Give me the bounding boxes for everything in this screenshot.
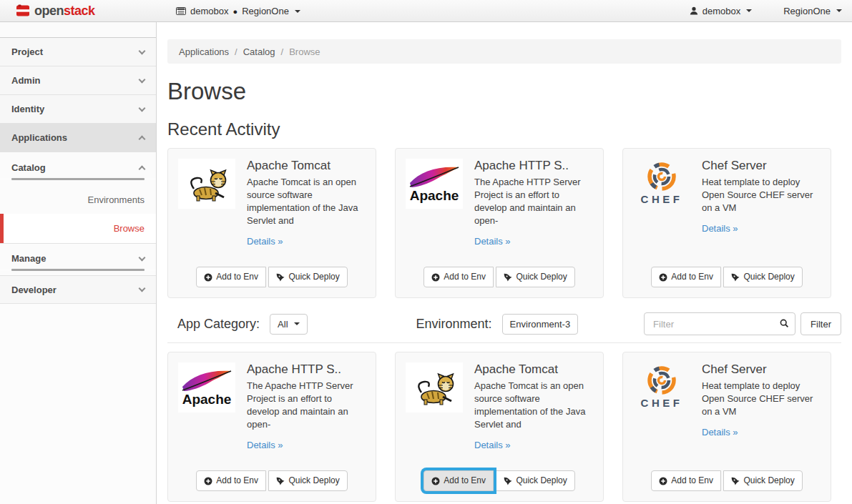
catalog-filter-bar: App Category: All Environment: Environme… [167, 312, 841, 335]
switcher-project-label: demobox [190, 6, 228, 16]
search-icon[interactable] [780, 319, 789, 328]
app-icon-box [633, 362, 690, 412]
quick-deploy-button[interactable]: Quick Deploy [723, 470, 802, 491]
details-link[interactable]: Details » [247, 440, 283, 450]
openstack-cube-icon [16, 4, 30, 17]
sidebar-item-label: Admin [11, 75, 40, 86]
rocket-icon [731, 477, 740, 485]
quick-deploy-button[interactable]: Quick Deploy [268, 470, 347, 491]
filter-input-group: Filter [644, 312, 841, 335]
app-title: Chef Server [702, 159, 821, 173]
add-to-env-button[interactable]: Add to Env [196, 267, 266, 287]
app-category-label: App Category: [177, 317, 260, 332]
button-label: Add to Env [444, 271, 486, 283]
app-description: Heat template to deploy Open Source CHEF… [702, 176, 821, 214]
sidebar-item-applications[interactable]: Applications [0, 124, 156, 152]
app-card-apache-http: Apache HTTP S.. The Apache HTTP Server P… [395, 148, 604, 298]
recent-activity-row: Apache Tomcat Apache Tomcat is an open s… [167, 148, 841, 298]
app-icon-box [406, 362, 463, 412]
user-menu[interactable]: demobox [690, 6, 752, 16]
app-title: Apache HTTP S.. [474, 159, 593, 173]
app-description: Apache Tomcat is an open source software… [247, 176, 366, 227]
chevron-down-icon [836, 9, 842, 12]
divider [167, 342, 841, 343]
card-button-group: Add to Env Quick Deploy [196, 470, 348, 491]
environment-select-button[interactable]: Environment-3 [502, 314, 579, 335]
openstack-logo[interactable]: openstack [16, 4, 95, 19]
sidebar-item-environments[interactable]: Environments [0, 184, 156, 214]
app-icon-box [406, 159, 463, 209]
details-link[interactable]: Details » [474, 440, 511, 450]
sidebar-item-developer[interactable]: Developer [0, 275, 156, 304]
details-link[interactable]: Details » [247, 236, 283, 247]
chef-logo-icon [635, 160, 688, 207]
button-label: Quick Deploy [288, 271, 339, 283]
card-button-group: Add to Env Quick Deploy [651, 470, 803, 491]
filter-input[interactable] [644, 312, 795, 335]
chevron-down-icon [139, 47, 146, 54]
rocket-icon [504, 477, 512, 485]
chevron-down-icon [294, 322, 300, 325]
filter-button[interactable]: Filter [800, 312, 841, 335]
card-button-group: Add to Env Quick Deploy [423, 470, 575, 491]
rocket-icon [731, 273, 740, 282]
breadcrumb-catalog[interactable]: Catalog [243, 46, 275, 57]
button-label: Quick Deploy [288, 475, 339, 487]
app-card-apache-tomcat: Apache Tomcat Apache Tomcat is an open s… [395, 352, 604, 502]
app-card-apache-tomcat: Apache Tomcat Apache Tomcat is an open s… [167, 148, 376, 298]
project-region-switcher[interactable]: demobox ● RegionOne [176, 0, 300, 22]
sidebar-group-catalog[interactable]: Catalog [0, 152, 156, 178]
button-label: Add to Env [671, 475, 713, 487]
app-card-chef-server: Chef Server Heat template to deploy Open… [622, 352, 831, 502]
sidebar-item-project[interactable]: Project [0, 38, 156, 66]
rocket-icon [276, 273, 285, 282]
breadcrumb-browse: Browse [289, 46, 320, 57]
rocket-icon [276, 477, 285, 485]
recent-activity-heading: Recent Activity [167, 119, 841, 139]
details-link[interactable]: Details » [702, 427, 738, 438]
add-to-env-button-highlighted[interactable]: Add to Env [423, 470, 494, 491]
app-icon-box [633, 159, 690, 209]
sidebar-group-label: Catalog [11, 162, 46, 173]
plus-circle-icon [204, 273, 212, 282]
chevron-up-icon [139, 136, 146, 143]
button-label: Add to Env [444, 475, 486, 487]
quick-deploy-button[interactable]: Quick Deploy [268, 267, 347, 287]
sidebar-item-admin[interactable]: Admin [0, 66, 156, 95]
region-menu[interactable]: RegionOne [783, 6, 842, 16]
environment-value: Environment-3 [510, 319, 571, 330]
plus-circle-icon [431, 477, 440, 485]
chef-logo-icon [635, 364, 688, 411]
breadcrumb: Applications / Catalog / Browse [167, 39, 841, 64]
quick-deploy-button[interactable]: Quick Deploy [723, 267, 802, 287]
chevron-down-icon [139, 285, 146, 292]
quick-deploy-button[interactable]: Quick Deploy [496, 267, 574, 287]
project-list-icon [176, 7, 186, 15]
details-link[interactable]: Details » [474, 236, 511, 247]
quick-deploy-button[interactable]: Quick Deploy [496, 470, 574, 491]
plus-circle-icon [659, 477, 667, 485]
sidebar-item-identity[interactable]: Identity [0, 95, 156, 124]
add-to-env-button[interactable]: Add to Env [651, 267, 721, 287]
chevron-down-icon [139, 254, 146, 261]
switcher-separator: ● [232, 7, 238, 16]
region-menu-label: RegionOne [783, 6, 831, 16]
details-link[interactable]: Details » [702, 223, 738, 234]
card-button-group: Add to Env Quick Deploy [423, 267, 575, 287]
breadcrumb-applications[interactable]: Applications [179, 46, 229, 57]
app-title: Apache Tomcat [247, 159, 366, 173]
top-navbar: openstack demobox ● RegionOne demobox Re… [0, 0, 852, 22]
sidebar-item-browse[interactable]: Browse [0, 214, 156, 243]
card-button-group: Add to Env Quick Deploy [651, 267, 803, 287]
tomcat-logo-icon [182, 163, 231, 204]
add-to-env-button[interactable]: Add to Env [196, 470, 266, 491]
add-to-env-button[interactable]: Add to Env [423, 267, 494, 287]
add-to-env-button[interactable]: Add to Env [651, 470, 721, 491]
card-button-group: Add to Env Quick Deploy [196, 267, 348, 287]
sidebar-group-manage[interactable]: Manage [0, 243, 156, 269]
sidebar-top-stub [0, 22, 156, 38]
app-category-dropdown[interactable]: All [270, 314, 307, 335]
chevron-down-icon [139, 104, 146, 112]
app-description: The Apache HTTP Server Project is an eff… [247, 380, 366, 431]
sidebar-nav: Project Admin Identity Applications Cata… [0, 22, 157, 504]
